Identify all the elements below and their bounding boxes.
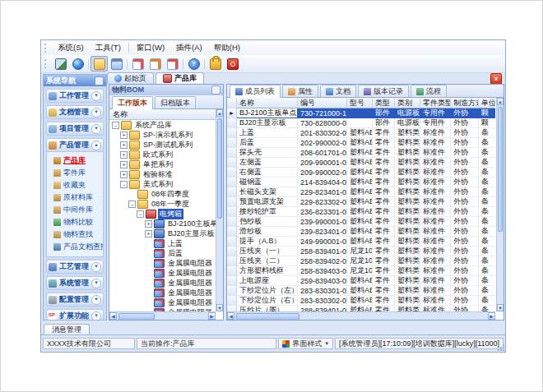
scroll-right-icon[interactable]: ▶ (488, 312, 495, 320)
tree-node-18[interactable]: 金属膜电阻器 (109, 288, 216, 297)
tree-horizontal-scrollbar[interactable]: ◀ ▶ (109, 311, 216, 320)
pin-icon[interactable] (211, 85, 220, 95)
tree-node-4[interactable]: +欧式系列 (109, 150, 216, 159)
sidebar-item-6[interactable]: 物料比较 (47, 216, 103, 228)
chevron-down-icon[interactable]: ▼ (91, 108, 101, 118)
close-icon[interactable]: x (490, 73, 502, 85)
column-header-6[interactable]: 零件类型 (420, 98, 451, 108)
expand-icon[interactable]: + (120, 161, 128, 168)
tree-node-10[interactable]: -电烤箱 (109, 209, 216, 219)
sidebar-group-header[interactable]: 产品管理▲ (46, 138, 104, 152)
ui-style-button[interactable]: 界面样式 ▼ (278, 338, 333, 349)
table-row[interactable]: 右侧盖209-990002-01X塑料ABS零件塑料类标准件外协条 (227, 168, 495, 178)
table-row[interactable]: 预置电源支架229-823302-00X塑料ABS零件塑料类标准件外协条 (227, 197, 495, 207)
table-row[interactable]: 压纱片（圆）288-839401-00X塑料ABS零件塑料类标准件外协条 (227, 306, 495, 311)
column-header-5[interactable]: 类别 (395, 98, 420, 108)
sidebar-item-8[interactable]: 产品文档查找 (47, 241, 103, 253)
scroll-right-icon[interactable]: ▶ (208, 312, 216, 320)
table-horizontal-scrollbar[interactable]: ◀ ▶ (227, 311, 495, 320)
table-row[interactable]: 上盖201-830302-00X塑料ABS零件塑料类标准件外协条 (227, 128, 495, 138)
expand-icon[interactable]: + (120, 131, 128, 139)
table-row[interactable]: 下纱定位片（右）283-830302-00X塑料ABS零件塑料类标准件外协条 (227, 296, 495, 306)
sidebar-item-7[interactable]: 物料查找 (47, 228, 103, 241)
toolbar-button-globe[interactable] (69, 56, 86, 71)
table-row[interactable]: 上电源座259-839403-00X塑料ABS零件塑料类标准件外协条 (227, 276, 495, 286)
expand-icon[interactable]: + (120, 151, 128, 159)
tree-node-11[interactable]: +BJ-2100主板单点 (109, 219, 216, 228)
toolbar-button-new-window-3[interactable] (164, 56, 181, 71)
bom-tab-1[interactable]: 工作版本 (112, 96, 153, 109)
members-tab-2[interactable]: 属性 (282, 85, 318, 97)
sidebar-group-header[interactable]: SP扩展功能▼ (46, 309, 104, 321)
tree-node-19[interactable]: 金属膜电阻器 (109, 297, 216, 307)
table-row[interactable]: 滑纱板239-823401-00X塑料ABS零件塑料类标准件外协条 (227, 227, 495, 237)
tree-node-16[interactable]: 金属膜电阻器 (109, 268, 216, 278)
tree-node-1[interactable]: -系统产品库 (109, 120, 216, 130)
column-header-4[interactable]: 类型 (373, 98, 395, 108)
sidebar-group-header[interactable]: 系统管理▼ (46, 276, 104, 290)
column-header-3[interactable]: 型号 (347, 98, 373, 108)
menu-gripper[interactable] (44, 44, 49, 53)
members-tab-4[interactable]: 版本记录 (358, 85, 409, 97)
chevron-down-icon[interactable]: ▼ (91, 295, 101, 305)
menu-item-4[interactable]: 插件(A) (170, 41, 208, 55)
column-header-8[interactable]: 单位 (479, 98, 495, 108)
expand-icon[interactable]: + (145, 230, 152, 238)
members-tab-3[interactable]: 文档 (320, 85, 356, 97)
menu-item-1[interactable]: 系统(S) (52, 41, 90, 55)
tree-vscroll-thumb[interactable] (217, 118, 222, 219)
toolbar-button-lock[interactable] (207, 56, 224, 71)
expand-icon[interactable]: + (120, 141, 128, 149)
table-row[interactable]: 方形塑料线框258-839403-00X尼龙1010零件塑料类标准件外协条 (227, 266, 495, 276)
sidebar-group-header[interactable]: 工艺管理▼ (46, 260, 104, 274)
scroll-down-icon[interactable]: ▼ (497, 304, 504, 311)
chevron-down-icon[interactable]: ▼ (91, 262, 101, 272)
tree-column-header[interactable]: 名称 (109, 109, 216, 120)
sidebar-item-5[interactable]: 中间件库 (47, 204, 103, 216)
menu-item-5[interactable]: 帮助(H) (208, 41, 246, 55)
menu-item-3[interactable]: 窗口(W) (131, 41, 170, 55)
tree-node-12[interactable]: +BJ20主显示板 (109, 228, 216, 238)
toolbar-button-help[interactable]: ? (185, 56, 202, 71)
table-row[interactable]: 长磁头支架229-823401-00X塑料ABS零件塑料类标准件外协条 (227, 187, 495, 197)
doc-tab-2[interactable]: 产品库 (155, 72, 204, 84)
chevron-down-icon[interactable]: ▼ (91, 91, 101, 101)
table-row[interactable]: 挡纱板239-990001-01X塑料ABS零件塑料类标准件外协条 (227, 217, 495, 227)
collapse-icon[interactable]: - (120, 181, 128, 188)
members-tab-1[interactable]: 成员列表 (230, 85, 281, 98)
table-row[interactable]: 探头壳208-601701-01X塑料ABS零件塑料类标准件外协条 (227, 148, 495, 158)
table-vscroll-thumb[interactable] (498, 107, 503, 232)
scroll-up-icon[interactable]: ▲ (216, 109, 223, 117)
collapse-icon[interactable]: - (128, 201, 136, 208)
resize-grip[interactable] (497, 344, 504, 351)
toolbar-button-workspace[interactable] (52, 56, 69, 71)
sidebar-item-4[interactable]: 原材料库 (47, 191, 103, 204)
tree-node-7[interactable]: -美式系列 (109, 179, 216, 189)
tree-vertical-scrollbar[interactable]: ▲ ▼ (216, 109, 223, 311)
table-row[interactable]: 后盖202-990002-01X塑料ABS零件塑料类标准件外协条 (227, 138, 495, 148)
sidebar-item-2[interactable]: 零件库 (47, 167, 103, 179)
chevron-up-icon[interactable]: ▲ (91, 141, 101, 150)
tree-node-5[interactable]: +单把系列 (109, 159, 216, 169)
chevron-down-icon[interactable]: ▼ (91, 124, 101, 134)
scroll-left-icon[interactable]: ◀ (227, 312, 234, 320)
table-row[interactable]: 提手（A.B）249-990001-01X塑料ABS零件塑料类标准件外协条 (227, 237, 495, 247)
tree-hscroll-thumb[interactable] (118, 313, 155, 321)
column-header-2[interactable]: 编号 (298, 98, 347, 108)
table-row[interactable]: 压线夹（一）258-839401-00X尼龙1010零件塑料类标准件外协条 (227, 247, 495, 256)
tree-node-8[interactable]: 08年四季度 (109, 189, 216, 199)
table-hscroll-thumb[interactable] (236, 313, 299, 321)
toolbar-button-folder[interactable] (90, 56, 108, 71)
tree-node-17[interactable]: 金属膜电阻器 (109, 278, 216, 288)
tree-node-15[interactable]: 金属膜电阻器 (109, 258, 216, 268)
tree-node-9[interactable]: -08年一季度 (109, 199, 216, 209)
scroll-down-icon[interactable]: ▼ (216, 304, 223, 311)
toolbar-gripper[interactable] (44, 59, 49, 68)
sidebar-group-header[interactable]: 工作管理▼ (46, 89, 104, 103)
sidebar-item-3[interactable]: 收藏夹 (47, 179, 103, 191)
message-tab[interactable]: 消息管理 (44, 324, 90, 335)
table-row[interactable]: ►BJ-2100主板单点730-721000-12X部件电源板专用件外协颗 (227, 108, 495, 118)
tree-node-3[interactable]: +SP-测试机系列 (109, 140, 216, 150)
collapse-icon[interactable]: - (137, 210, 144, 218)
sidebar-group-header[interactable]: 配置管理▼ (46, 293, 104, 307)
